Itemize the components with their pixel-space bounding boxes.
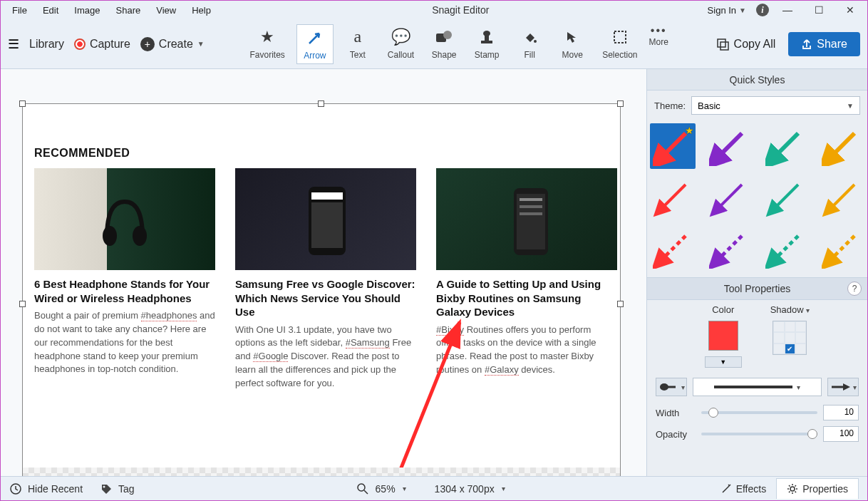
hamburger-icon[interactable]: ☰ [8, 36, 19, 52]
copy-icon [715, 37, 730, 51]
theme-select[interactable]: Basic▼ [691, 96, 860, 115]
zoom-control[interactable]: 65%▾ [357, 483, 406, 495]
tool-selection[interactable]: Selection [596, 24, 643, 64]
tool-fill[interactable]: Fill [511, 24, 548, 64]
line-style-select[interactable]: ▾ [693, 378, 822, 396]
tool-arrow[interactable]: Arrow [296, 24, 334, 64]
menu-image[interactable]: Image [67, 4, 107, 17]
color-dropdown[interactable]: ▼ [705, 356, 742, 368]
help-icon[interactable]: ? [847, 282, 862, 296]
svg-rect-15 [517, 194, 545, 249]
capture-button[interactable]: Capture [74, 38, 130, 51]
copy-all-button[interactable]: Copy All [708, 33, 783, 56]
article-link[interactable]: #Google [253, 351, 288, 362]
menu-share[interactable]: Share [109, 4, 148, 17]
svg-line-27 [830, 185, 854, 209]
end-cap-select[interactable]: ▾ [827, 378, 859, 396]
width-slider[interactable] [701, 411, 817, 414]
share-icon [801, 38, 812, 50]
style-swatch[interactable] [650, 175, 696, 220]
theme-label: Theme: [654, 100, 686, 111]
shadow-picker[interactable]: ✔ [773, 321, 807, 355]
article-link[interactable]: #Bixby [436, 324, 464, 336]
gear-icon [787, 483, 798, 495]
hide-recent-button[interactable]: Hide Recent [9, 482, 83, 495]
style-swatch[interactable] [819, 123, 864, 169]
article-card: Samsung Free vs Google Discover: Which N… [235, 168, 416, 391]
style-swatch[interactable] [706, 226, 752, 272]
article-link[interactable]: #Galaxy [485, 364, 519, 376]
svg-line-24 [661, 185, 686, 209]
chevron-down-icon: ▼ [847, 102, 854, 110]
quick-styles-heading: Quick Styles [647, 69, 867, 91]
menu-file[interactable]: File [5, 4, 34, 17]
share-button[interactable]: Share [788, 32, 860, 56]
resize-handle-ne[interactable] [617, 100, 624, 107]
minimize-button[interactable]: — [775, 1, 800, 19]
tool-more[interactable]: •••More [649, 24, 668, 64]
style-swatch[interactable] [763, 175, 808, 220]
style-swatch[interactable] [819, 175, 864, 220]
style-swatch[interactable] [763, 123, 808, 169]
tool-favorites[interactable]: ★Favorites [244, 24, 290, 64]
opacity-label: Opacity [656, 429, 696, 440]
tool-shape[interactable]: Shape [425, 24, 463, 64]
dimensions-display[interactable]: 1304 x 700px▾ [435, 483, 505, 495]
svg-point-1 [443, 31, 452, 39]
tool-move[interactable]: Move [554, 24, 591, 64]
article-link[interactable]: #Samsung [346, 337, 390, 348]
style-swatch[interactable]: ★ [650, 123, 696, 169]
wand-icon [720, 483, 732, 495]
svg-point-9 [103, 226, 117, 246]
title-bar: File Edit Image Share View Help Snagit E… [1, 1, 867, 19]
svg-line-30 [774, 236, 798, 260]
maximize-button[interactable]: ☐ [806, 1, 832, 19]
color-swatch[interactable] [708, 321, 738, 351]
arrow-icon [306, 28, 324, 48]
main-area: RECOMMENDED 6 Best Headphone Stands for … [1, 69, 867, 476]
resize-handle-n[interactable] [318, 100, 324, 107]
svg-point-37 [103, 485, 105, 487]
close-button[interactable]: ✕ [837, 1, 863, 19]
width-input[interactable]: 10 [823, 405, 859, 420]
svg-point-10 [133, 226, 147, 246]
properties-tab[interactable]: Properties [776, 478, 859, 499]
resize-handle-nw[interactable] [19, 100, 26, 107]
article-row: 6 Best Headphone Stands for Your Wired o… [34, 168, 610, 391]
sign-in-button[interactable]: Sign In ▼ [703, 5, 750, 16]
right-panel: Quick Styles Theme: Basic▼ ★ Tool Proper… [646, 69, 867, 476]
chevron-down-icon: ▼ [739, 6, 746, 14]
library-button[interactable]: Library [29, 38, 64, 51]
menu-help[interactable]: Help [185, 4, 218, 17]
create-button[interactable]: +Create▼ [140, 37, 205, 51]
canvas-frame[interactable]: RECOMMENDED 6 Best Headphone Stands for … [22, 103, 621, 476]
style-swatch[interactable] [650, 226, 696, 272]
svg-line-31 [830, 236, 854, 260]
article-link[interactable]: #headphones [141, 310, 197, 321]
tool-callout[interactable]: 💬Callout [382, 24, 420, 64]
menu-view[interactable]: View [149, 4, 183, 17]
tag-button[interactable]: Tag [100, 482, 135, 495]
resize-handle-e[interactable] [617, 301, 624, 307]
start-cap-select[interactable]: ▾ [656, 378, 687, 396]
svg-rect-2 [481, 41, 492, 43]
opacity-slider[interactable] [701, 433, 817, 435]
style-swatch[interactable] [763, 226, 808, 272]
shape-icon [435, 27, 453, 47]
canvas-area[interactable]: RECOMMENDED 6 Best Headphone Stands for … [1, 69, 646, 476]
menu-edit[interactable]: Edit [36, 4, 66, 17]
svg-line-25 [718, 185, 742, 209]
effects-tab[interactable]: Effects [711, 478, 777, 499]
tool-text[interactable]: aText [339, 24, 376, 64]
style-swatch[interactable] [819, 226, 864, 272]
article-body: #Bixby Routines offers you to perform of… [436, 324, 617, 377]
plus-icon: + [140, 37, 155, 51]
style-swatch[interactable] [706, 123, 752, 169]
info-icon[interactable]: i [756, 4, 769, 16]
tool-stamp[interactable]: Stamp [468, 24, 505, 64]
resize-handle-w[interactable] [19, 301, 26, 307]
article-card: A Guide to Setting Up and Using Bixby Ro… [436, 168, 617, 391]
style-swatch[interactable] [706, 175, 752, 220]
svg-rect-16 [520, 198, 542, 201]
opacity-input[interactable]: 100 [823, 426, 859, 442]
